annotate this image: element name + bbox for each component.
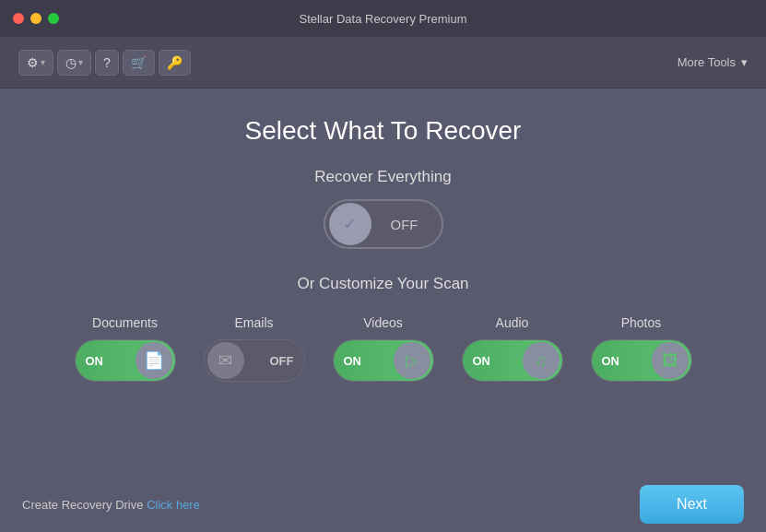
documents-icon: 📄 [144, 350, 164, 371]
click-here-link[interactable]: Click here [147, 498, 200, 512]
minimize-button[interactable] [30, 13, 41, 24]
audio-item: Audio ON ♫ [462, 315, 563, 382]
audio-icon: ♫ [535, 351, 548, 371]
photos-label: Photos [621, 315, 662, 330]
toolbar: ⚙ ▾ ◷ ▾ ? 🛒 🔑 More Tools ▾ [0, 37, 766, 89]
file-types-container: Documents ON 📄 Emails ✉ OFF Videos ON [75, 315, 692, 382]
videos-icon: ▷ [406, 350, 418, 371]
key-icon: 🔑 [167, 55, 183, 70]
documents-toggle[interactable]: ON 📄 [75, 339, 176, 382]
documents-toggle-label: ON [78, 354, 136, 368]
audio-toggle-label: ON [465, 354, 523, 368]
toolbar-left: ⚙ ▾ ◷ ▾ ? 🛒 🔑 [18, 50, 191, 76]
emails-item: Emails ✉ OFF [204, 315, 305, 382]
recover-everything-toggle[interactable]: ✓ OFF [324, 199, 443, 249]
videos-label: Videos [363, 315, 403, 330]
help-button[interactable]: ? [95, 50, 119, 76]
audio-toggle[interactable]: ON ♫ [462, 339, 563, 382]
page-title: Select What To Recover [245, 116, 522, 146]
create-recovery-label: Create Recovery Drive [22, 498, 144, 512]
toggle-knob: ✓ [329, 203, 371, 245]
emails-toggle-knob: ✉ [207, 342, 244, 379]
main-content: Select What To Recover Recover Everythin… [0, 89, 766, 532]
recover-everything-toggle-wrap: ✓ OFF [324, 199, 443, 249]
cart-icon: 🛒 [131, 55, 147, 70]
more-tools-button[interactable]: More Tools ▾ [678, 55, 748, 69]
audio-label: Audio [496, 315, 529, 330]
gear-icon: ⚙ [27, 55, 39, 70]
more-tools-label: More Tools [678, 55, 736, 69]
documents-label: Documents [92, 315, 158, 330]
emails-label: Emails [234, 315, 273, 330]
photos-icon: 🖼 [662, 351, 678, 371]
create-recovery-section: Create Recovery Drive Click here [22, 498, 200, 512]
settings-button[interactable]: ⚙ ▾ [18, 50, 53, 76]
close-button[interactable] [13, 13, 24, 24]
emails-icon: ✉ [218, 350, 232, 371]
cart-button[interactable]: 🛒 [123, 50, 155, 76]
history-button[interactable]: ◷ ▾ [57, 50, 91, 76]
checkmark-icon: ✓ [343, 214, 357, 234]
photos-toggle-label: ON [595, 354, 652, 368]
traffic-lights [13, 13, 59, 24]
photos-item: Photos ON 🖼 [591, 315, 692, 382]
emails-toggle-label: OFF [244, 354, 301, 368]
audio-toggle-knob: ♫ [523, 342, 560, 379]
app-title: Stellar Data Recovery Premium [299, 12, 466, 26]
photos-toggle[interactable]: ON 🖼 [591, 339, 692, 382]
clock-icon: ◷ [65, 55, 77, 70]
videos-item: Videos ON ▷ [333, 315, 434, 382]
recover-everything-label: Recover Everything [314, 168, 451, 186]
photos-toggle-knob: 🖼 [652, 342, 689, 379]
maximize-button[interactable] [48, 13, 59, 24]
videos-toggle[interactable]: ON ▷ [333, 339, 434, 382]
next-button[interactable]: Next [640, 485, 744, 524]
more-tools-arrow: ▾ [741, 55, 748, 69]
or-customize-label: Or Customize Your Scan [297, 275, 468, 293]
settings-arrow: ▾ [41, 57, 45, 67]
question-icon: ? [103, 55, 111, 70]
emails-toggle[interactable]: ✉ OFF [204, 339, 305, 382]
key-button[interactable]: 🔑 [159, 50, 191, 76]
documents-toggle-knob: 📄 [136, 342, 172, 379]
documents-item: Documents ON 📄 [75, 315, 176, 382]
videos-toggle-label: ON [336, 354, 394, 368]
history-arrow: ▾ [78, 57, 83, 67]
footer: Create Recovery Drive Click here Next [0, 477, 766, 532]
toggle-off-label: OFF [371, 217, 438, 232]
videos-toggle-knob: ▷ [394, 342, 430, 379]
titlebar: Stellar Data Recovery Premium [0, 0, 766, 37]
